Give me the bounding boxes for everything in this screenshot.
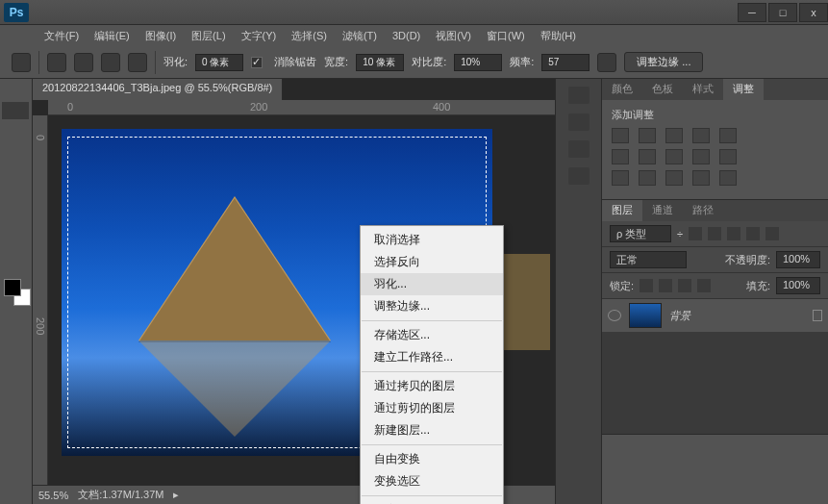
- layer-thumbnail[interactable]: [629, 303, 662, 328]
- selection-sub-icon[interactable]: [101, 53, 120, 72]
- character-icon[interactable]: [568, 140, 590, 158]
- zoom-level[interactable]: 55.5%: [38, 490, 68, 501]
- history-icon[interactable]: [568, 87, 590, 104]
- filter-adj-icon[interactable]: [708, 227, 721, 240]
- adj-brightness-icon[interactable]: [612, 128, 629, 143]
- minimize-button[interactable]: ─: [738, 3, 766, 22]
- adj-hue-icon[interactable]: [612, 149, 629, 164]
- refine-edge-button[interactable]: 调整边缘 ...: [624, 52, 703, 72]
- move-tool[interactable]: [2, 83, 15, 100]
- brush-tool[interactable]: [17, 140, 31, 158]
- menu-edit[interactable]: 编辑(E): [88, 27, 136, 45]
- ctx-refine[interactable]: 调整边缘...: [361, 295, 503, 317]
- ctx-save-selection[interactable]: 存储选区...: [361, 324, 503, 346]
- history-brush-tool[interactable]: [17, 160, 31, 177]
- shape-tool[interactable]: [17, 237, 31, 254]
- tab-paths[interactable]: 路径: [683, 200, 723, 221]
- fill-input[interactable]: 100%: [776, 277, 820, 294]
- blur-tool[interactable]: [2, 198, 15, 215]
- blend-mode-select[interactable]: 正常: [610, 251, 687, 268]
- tab-channels[interactable]: 通道: [642, 200, 683, 221]
- tab-swatches[interactable]: 色板: [642, 79, 683, 100]
- ctx-new-layer[interactable]: 新建图层...: [361, 419, 503, 441]
- filter-smart-icon[interactable]: [765, 227, 779, 240]
- gradient-tool[interactable]: [17, 179, 31, 196]
- adj-levels-icon[interactable]: [639, 128, 656, 143]
- feather-input[interactable]: 0 像素: [195, 54, 243, 71]
- eraser-tool[interactable]: [2, 179, 15, 196]
- antialias-checkbox[interactable]: [251, 57, 263, 68]
- layer-row[interactable]: 背景: [602, 299, 828, 332]
- lock-pos-icon[interactable]: [678, 279, 691, 292]
- freq-input[interactable]: 57: [541, 54, 590, 71]
- lasso-tool[interactable]: [2, 102, 29, 119]
- filter-type-icon[interactable]: [727, 227, 740, 240]
- menu-filter[interactable]: 滤镜(T): [337, 27, 383, 45]
- pen-pressure-icon[interactable]: [597, 53, 616, 72]
- contrast-input[interactable]: 10%: [454, 54, 502, 71]
- lock-pixel-icon[interactable]: [659, 279, 672, 292]
- selection-add-icon[interactable]: [74, 53, 93, 72]
- adj-threshold-icon[interactable]: [665, 170, 683, 186]
- path-select-tool[interactable]: [2, 237, 15, 254]
- selection-new-icon[interactable]: [47, 53, 66, 72]
- lock-trans-icon[interactable]: [640, 279, 653, 292]
- color-swatch[interactable]: [4, 279, 31, 306]
- lock-all-icon[interactable]: [697, 279, 711, 292]
- marquee-tool[interactable]: [17, 83, 31, 100]
- menu-view[interactable]: 视图(V): [430, 27, 477, 45]
- opacity-input[interactable]: 100%: [776, 251, 820, 268]
- adj-gradientmap-icon[interactable]: [692, 170, 710, 186]
- filter-shape-icon[interactable]: [746, 227, 760, 240]
- tab-adjustments[interactable]: 调整: [723, 79, 764, 100]
- tab-color[interactable]: 颜色: [602, 79, 642, 100]
- adj-vibrance-icon[interactable]: [719, 128, 737, 143]
- adj-exposure-icon[interactable]: [692, 128, 710, 143]
- pen-tool[interactable]: [2, 217, 15, 235]
- filter-pixel-icon[interactable]: [689, 227, 702, 240]
- selection-int-icon[interactable]: [128, 53, 147, 72]
- menu-help[interactable]: 帮助(H): [535, 27, 582, 45]
- paragraph-icon[interactable]: [568, 167, 590, 185]
- menu-image[interactable]: 图像(I): [139, 27, 182, 45]
- ctx-fill[interactable]: 填充...: [361, 499, 503, 504]
- ctx-layer-via-cut[interactable]: 通过剪切的图层: [361, 397, 503, 419]
- adj-posterize-icon[interactable]: [639, 170, 656, 186]
- ctx-free-transform[interactable]: 自由变换: [361, 448, 503, 470]
- dodge-tool[interactable]: [17, 198, 31, 215]
- adj-channelmixer-icon[interactable]: [692, 149, 710, 164]
- eyedropper-tool[interactable]: [17, 121, 31, 139]
- close-button[interactable]: x: [799, 3, 828, 22]
- properties-icon[interactable]: [568, 113, 590, 131]
- tab-layers[interactable]: 图层: [602, 200, 642, 221]
- hand-tool[interactable]: [2, 256, 15, 273]
- ctx-deselect[interactable]: 取消选择: [361, 229, 503, 251]
- menu-layer[interactable]: 图层(L): [186, 27, 231, 45]
- menu-window[interactable]: 窗口(W): [481, 27, 531, 45]
- menu-type[interactable]: 文字(Y): [236, 27, 283, 45]
- document-tab[interactable]: 20120822134406_T3Bja.jpeg @ 55.5%(RGB/8#…: [33, 79, 283, 100]
- adj-bw-icon[interactable]: [639, 149, 656, 164]
- adj-selectivecolor-icon[interactable]: [719, 170, 737, 186]
- menu-3d[interactable]: 3D(D): [387, 28, 426, 43]
- adj-invert-icon[interactable]: [612, 170, 629, 186]
- zoom-tool[interactable]: [17, 256, 31, 273]
- layer-name[interactable]: 背景: [669, 309, 690, 323]
- tool-preset-icon[interactable]: [12, 53, 31, 72]
- ctx-feather[interactable]: 羽化...: [361, 273, 503, 295]
- tab-styles[interactable]: 样式: [683, 79, 723, 100]
- visibility-icon[interactable]: [608, 310, 621, 321]
- stamp-tool[interactable]: [2, 160, 15, 177]
- menu-select[interactable]: 选择(S): [286, 27, 333, 45]
- foreground-color[interactable]: [4, 279, 21, 296]
- layer-kind-select[interactable]: ρ 类型: [610, 225, 671, 242]
- ctx-inverse[interactable]: 选择反向: [361, 251, 503, 273]
- menu-file[interactable]: 文件(F): [38, 27, 85, 45]
- ctx-make-workpath[interactable]: 建立工作路径...: [361, 346, 503, 368]
- type-tool[interactable]: [17, 217, 31, 235]
- adj-colorlookup-icon[interactable]: [719, 149, 737, 164]
- adj-curves-icon[interactable]: [665, 128, 683, 143]
- ctx-transform-selection[interactable]: 变换选区: [361, 470, 503, 492]
- ctx-layer-via-copy[interactable]: 通过拷贝的图层: [361, 375, 503, 397]
- crop-tool[interactable]: [2, 121, 15, 139]
